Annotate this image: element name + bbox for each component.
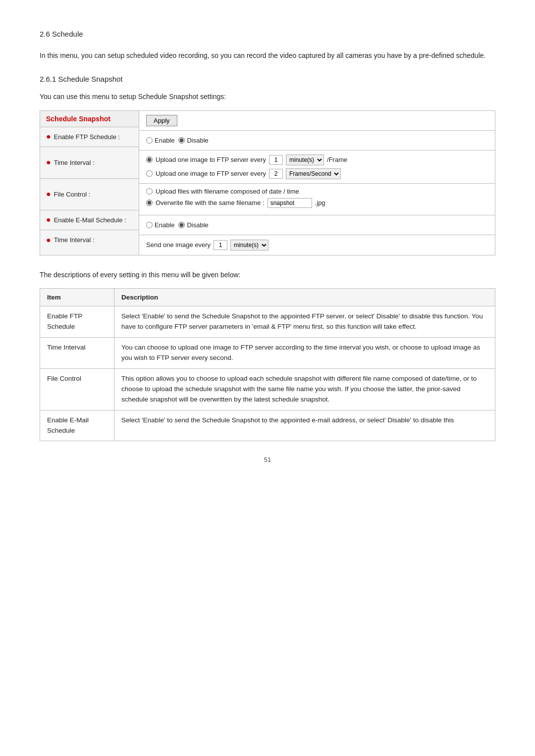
- email-schedule-label: Enable E-Mail Schedule :: [54, 216, 126, 224]
- time-value-1[interactable]: [269, 155, 283, 165]
- time-row-1: Upload one image to FTP server every min…: [146, 154, 347, 165]
- file-option-1: Upload files with filename composed of d…: [156, 188, 299, 195]
- time-interval-right-row: Upload one image to FTP server every min…: [139, 151, 495, 184]
- page-number: 51: [40, 456, 495, 463]
- ftp-schedule-row: ● Enable FTP Schedule :: [40, 127, 139, 147]
- section-title: 2.6 Schedule: [40, 30, 495, 38]
- email-time-text: Send one image every: [146, 241, 211, 249]
- table-row: File Control This option allows you to c…: [40, 368, 495, 410]
- time-interval-label: Time Interval :: [54, 159, 95, 166]
- email-time-right-row: Send one image every minute(s): [139, 235, 495, 255]
- email-enable-radio[interactable]: [146, 222, 153, 228]
- email-enable-row: Enable Disable: [139, 215, 495, 235]
- apply-button[interactable]: Apply: [146, 115, 177, 126]
- time-row-2: Upload one image to FTP server every Fra…: [146, 168, 347, 179]
- ftp-enable-radio[interactable]: [146, 137, 153, 144]
- time-interval-row-left: ● Time Interval :: [40, 147, 139, 179]
- file-control-label: File Control :: [54, 191, 91, 198]
- item-email-schedule: Enable E-Mail Schedule: [40, 410, 114, 441]
- item-file-control: File Control: [40, 368, 114, 410]
- item-ftp-schedule: Enable FTP Schedule: [40, 306, 114, 338]
- email-time-label: Time Interval :: [54, 236, 95, 244]
- email-disable-label[interactable]: Disable: [178, 221, 208, 229]
- file-radio-2[interactable]: [146, 200, 153, 206]
- desc-email-schedule: Select 'Enable' to send the Schedule Sna…: [114, 410, 495, 441]
- file-control-right-row: Upload files with filename composed of d…: [139, 184, 495, 215]
- file-control-row-2: Overwrite file with the same filename : …: [146, 198, 325, 208]
- time-interval-bullet: ●: [46, 158, 51, 167]
- ftp-enable-row: Enable Disable: [139, 131, 495, 151]
- file-radio-1[interactable]: [146, 188, 153, 195]
- file-control-row-left: ● File Control :: [40, 179, 139, 210]
- desc-intro: The descriptions of every setting in thi…: [40, 269, 495, 280]
- file-control-bullet: ●: [46, 190, 51, 199]
- ftp-disable-radio[interactable]: [178, 137, 185, 144]
- email-disable-text: Disable: [187, 221, 208, 229]
- email-time-bullet: ●: [46, 236, 51, 245]
- right-col: Apply Enable Disable Upload one image to…: [139, 111, 495, 255]
- subsection-title: 2.6.1 Schedule Snapshot: [40, 75, 495, 83]
- time-unit-1[interactable]: minute(s): [286, 154, 324, 165]
- ftp-bullet: ●: [46, 132, 51, 141]
- ftp-disable-text: Disable: [187, 137, 208, 144]
- ftp-enable-text: Enable: [155, 137, 174, 144]
- item-time-interval: Time Interval: [40, 338, 114, 369]
- file-control-row-1: Upload files with filename composed of d…: [146, 188, 325, 195]
- time-radio-1[interactable]: [146, 156, 153, 163]
- email-bullet: ●: [46, 215, 51, 224]
- time-interval-group: Upload one image to FTP server every min…: [146, 154, 347, 179]
- left-header: Schedule Snapshot: [40, 111, 139, 127]
- time-suffix-1: /Frame: [327, 156, 347, 163]
- col1-header: Item: [40, 289, 114, 306]
- email-schedule-row-left: ● Enable E-Mail Schedule :: [40, 210, 139, 230]
- intro-text: In this menu, you can setup scheduled vi…: [40, 50, 495, 61]
- ftp-schedule-label: Enable FTP Schedule :: [54, 133, 120, 141]
- left-col: Schedule Snapshot ● Enable FTP Schedule …: [40, 111, 139, 255]
- filename-input[interactable]: [268, 198, 312, 208]
- email-enable-text: Enable: [155, 221, 174, 229]
- apply-row: Apply: [139, 111, 495, 131]
- schedule-snapshot-box: Schedule Snapshot ● Enable FTP Schedule …: [40, 110, 495, 255]
- email-enable-label[interactable]: Enable: [146, 221, 174, 229]
- table-row: Enable FTP Schedule Select 'Enable' to s…: [40, 306, 495, 338]
- email-time-group: Send one image every minute(s): [146, 240, 268, 251]
- ftp-disable-label[interactable]: Disable: [178, 137, 208, 144]
- time-text-2: Upload one image to FTP server every: [156, 170, 266, 177]
- desc-ftp-schedule: Select 'Enable' to send the Schedule Sna…: [114, 306, 495, 338]
- email-time-value[interactable]: [214, 240, 227, 250]
- desc-time-interval: You can choose to upload one image to FT…: [114, 338, 495, 369]
- email-time-unit[interactable]: minute(s): [230, 240, 268, 251]
- file-ext: .jpg: [315, 199, 325, 206]
- time-text-1: Upload one image to FTP server every: [156, 156, 266, 163]
- setup-text: You can use this menu to setup Schedule …: [40, 91, 495, 102]
- email-disable-radio[interactable]: [178, 222, 185, 228]
- table-row: Enable E-Mail Schedule Select 'Enable' t…: [40, 410, 495, 441]
- table-row: Time Interval You can choose to upload o…: [40, 338, 495, 369]
- time-unit-2[interactable]: Frames/Second: [286, 168, 341, 179]
- description-table: Item Description Enable FTP Schedule Sel…: [40, 288, 495, 441]
- ftp-enable-label[interactable]: Enable: [146, 137, 174, 144]
- col2-header: Description: [114, 289, 495, 306]
- time-radio-2[interactable]: [146, 170, 153, 177]
- file-option-2: Overwrite file with the same filename :: [156, 199, 265, 206]
- email-time-row-left: ● Time Interval :: [40, 230, 139, 250]
- file-control-group: Upload files with filename composed of d…: [146, 188, 325, 208]
- time-value-2[interactable]: [269, 169, 283, 179]
- desc-file-control: This option allows you to choose to uplo…: [114, 368, 495, 410]
